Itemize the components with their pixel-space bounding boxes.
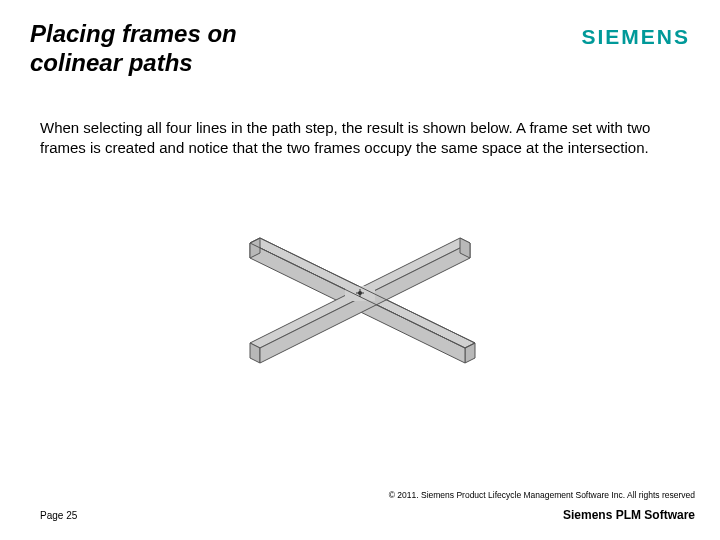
body-paragraph: When selecting all four lines in the pat… [0,78,720,159]
page-number: Page 25 [40,510,77,521]
brand-text: Siemens PLM Software [563,508,695,522]
crossed-beams-icon [205,208,515,378]
slide-title: Placing frames on colinear paths [30,20,330,78]
slide-footer: © 2011. Siemens Product Lifecycle Manage… [0,490,720,522]
crossed-beams-figure [0,208,720,378]
siemens-logo: SIEMENS [581,25,690,49]
copyright-text: © 2011. Siemens Product Lifecycle Manage… [40,490,695,500]
slide-header: Placing frames on colinear paths SIEMENS [0,0,720,78]
footer-row: Page 25 Siemens PLM Software [40,508,695,522]
